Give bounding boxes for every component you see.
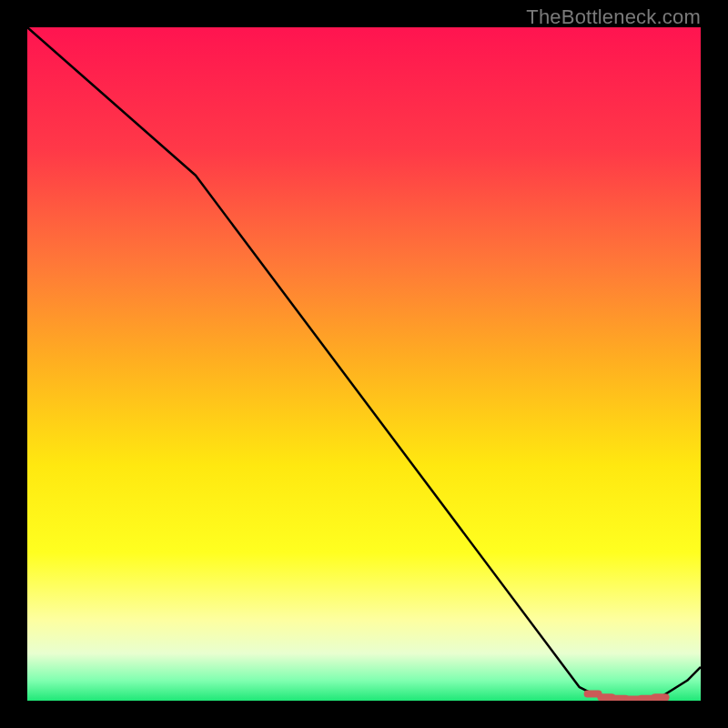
watermark-text: TheBottleneck.com: [526, 5, 701, 29]
heatmap-background: [27, 27, 701, 701]
chart-svg: [27, 27, 701, 701]
plot-area: [27, 27, 701, 701]
chart-container: TheBottleneck.com: [0, 0, 728, 728]
